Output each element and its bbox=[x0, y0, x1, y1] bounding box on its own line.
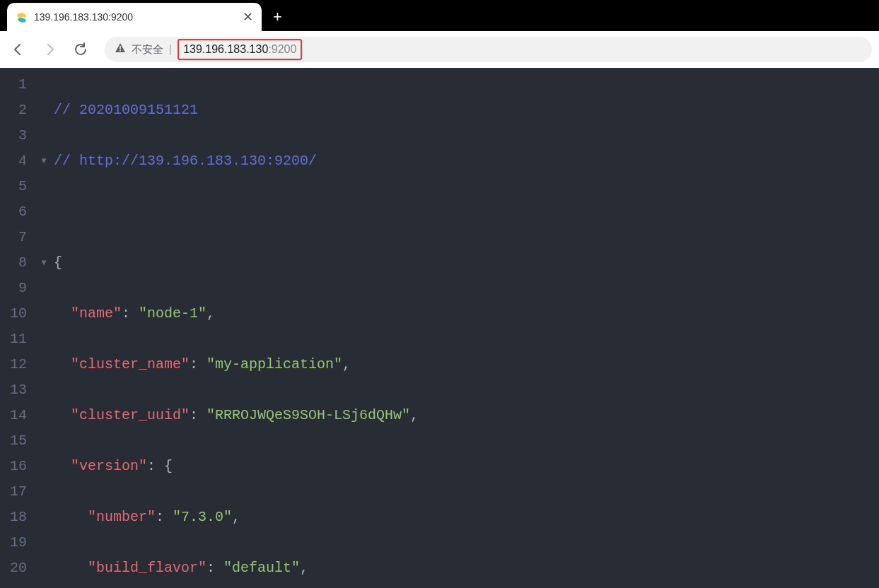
line-number: 19 bbox=[0, 530, 34, 555]
json-key: "number" bbox=[88, 509, 156, 525]
address-bar[interactable]: 不安全 | 139.196.183.130:9200 bbox=[105, 37, 872, 62]
svg-rect-0 bbox=[120, 46, 121, 49]
svg-rect-1 bbox=[120, 50, 121, 52]
json-value: "my-application" bbox=[206, 356, 342, 372]
json-key: "version" bbox=[71, 458, 147, 474]
json-key: "cluster_name" bbox=[71, 356, 190, 372]
line-number: 3 bbox=[0, 123, 34, 148]
line-number: 7 bbox=[0, 225, 34, 250]
tab-title: 139.196.183.130:9200 bbox=[34, 11, 237, 23]
json-key: "cluster_uuid" bbox=[71, 407, 190, 423]
url-port: :9200 bbox=[268, 43, 296, 55]
fold-toggle-icon[interactable]: ▼ bbox=[34, 250, 54, 276]
new-tab-button[interactable]: + bbox=[273, 3, 282, 31]
line-number: 15 bbox=[0, 428, 34, 454]
line-number-gutter: 1 2 3 4 5 6 7 8 9 10 11 12 13 14 15 16 1… bbox=[0, 68, 34, 588]
fold-gutter: ▼ ▼ bbox=[34, 68, 54, 588]
comment: // http://139.196.183.130:9200/ bbox=[54, 153, 317, 169]
code-content[interactable]: // 20201009151121 // http://139.196.183.… bbox=[54, 68, 879, 588]
json-key: "name" bbox=[71, 305, 122, 322]
url-highlight-box: 139.196.183.130:9200 bbox=[177, 39, 302, 60]
line-number: 18 bbox=[0, 505, 34, 530]
line-number: 5 bbox=[0, 174, 34, 199]
tab-strip: 139.196.183.130:9200 ✕ + bbox=[0, 0, 879, 31]
comment: // 20201009151121 bbox=[54, 102, 198, 118]
reload-button[interactable] bbox=[69, 38, 92, 61]
line-number: 1 bbox=[0, 72, 34, 98]
json-value: "7.3.0" bbox=[173, 509, 232, 525]
json-value: "default" bbox=[223, 560, 300, 576]
url-host: 139.196.183.130 bbox=[183, 43, 268, 55]
line-number: 11 bbox=[0, 327, 34, 352]
separator: | bbox=[169, 43, 172, 56]
back-button[interactable] bbox=[7, 38, 30, 61]
line-number: 13 bbox=[0, 377, 34, 403]
close-icon[interactable]: ✕ bbox=[243, 11, 253, 23]
json-viewer: 1 2 3 4 5 6 7 8 9 10 11 12 13 14 15 16 1… bbox=[0, 68, 879, 588]
line-number: 12 bbox=[0, 352, 34, 377]
line-number: 17 bbox=[0, 479, 34, 505]
line-number: 14 bbox=[0, 403, 34, 428]
line-number: 10 bbox=[0, 301, 34, 327]
line-number: 9 bbox=[0, 276, 34, 301]
json-value: "RRROJWQeS9SOH-LSj6dQHw" bbox=[206, 407, 410, 423]
insecure-label: 不安全 bbox=[132, 43, 163, 57]
elastic-favicon-icon bbox=[16, 11, 28, 23]
brace: { bbox=[54, 254, 62, 271]
line-number: 4 bbox=[0, 148, 34, 174]
fold-toggle-icon[interactable]: ▼ bbox=[34, 148, 54, 174]
line-number: 6 bbox=[0, 199, 34, 225]
json-value: "node-1" bbox=[139, 305, 206, 322]
browser-tab[interactable]: 139.196.183.130:9200 ✕ bbox=[7, 3, 262, 31]
forward-button[interactable] bbox=[38, 38, 61, 61]
line-number: 8 bbox=[0, 250, 34, 276]
json-key: "build_flavor" bbox=[88, 560, 206, 576]
line-number: 16 bbox=[0, 454, 34, 479]
line-number: 20 bbox=[0, 555, 34, 581]
insecure-warning-icon bbox=[115, 42, 126, 57]
brace: { bbox=[164, 458, 173, 474]
line-number: 2 bbox=[0, 98, 34, 123]
browser-toolbar: 不安全 | 139.196.183.130:9200 bbox=[0, 31, 879, 68]
